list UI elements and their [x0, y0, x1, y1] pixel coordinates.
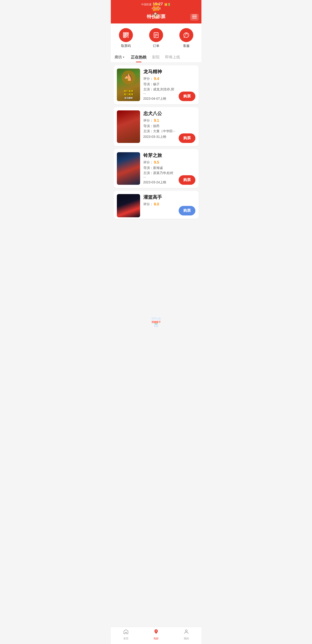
nav-home[interactable]: 首页: [119, 629, 133, 640]
nav-movies-label: 电影: [154, 637, 159, 640]
movies-icon: [153, 629, 159, 636]
movie-card-basketball[interactable]: 灌篮高手 灌篮高手 评分： 8.0 购票: [114, 191, 199, 219]
nav-profile-label: 我的: [184, 637, 189, 640]
svg-point-18: [156, 630, 156, 632]
nav-profile[interactable]: 我的: [179, 629, 193, 640]
profile-icon: [184, 629, 189, 636]
home-icon: [123, 629, 129, 636]
nav-movies[interactable]: 电影: [149, 629, 163, 640]
bottom-navigation: 首页 电影 我的: [111, 627, 202, 644]
svg-point-19: [186, 630, 187, 632]
nav-home-label: 首页: [123, 637, 128, 640]
movie-poster-basketball: 灌篮高手: [117, 194, 140, 217]
movie-list: 🐴 真打真摔 真心真情 龙马精神 龙马精神 评分： 9.4 导演：杨子: [111, 62, 202, 222]
